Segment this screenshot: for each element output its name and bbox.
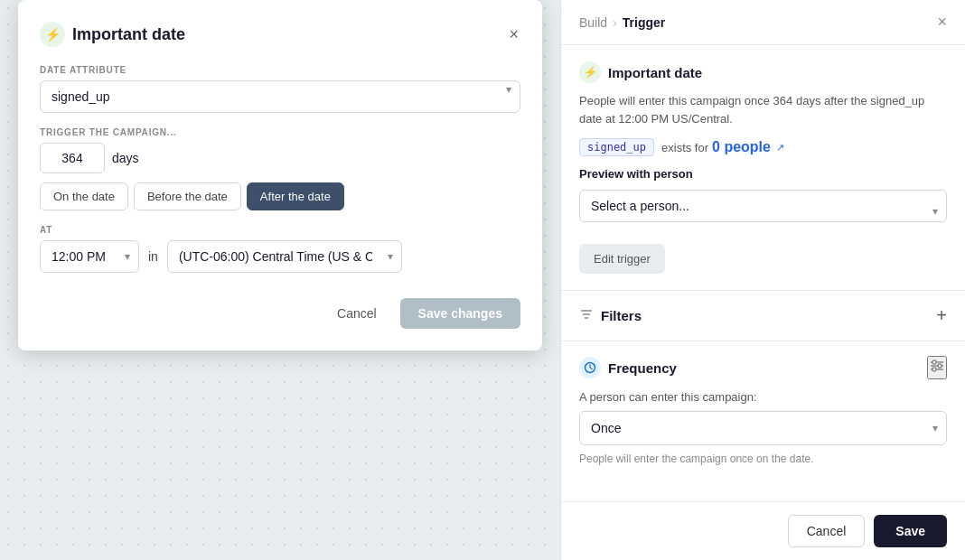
right-header: Build › Trigger × (561, 0, 965, 45)
date-buttons: On the date Before the date After the da… (40, 182, 520, 210)
modal-title-row: ⚡ Important date (40, 22, 185, 47)
breadcrumb-parent: Build (579, 15, 607, 30)
footer-save-button[interactable]: Save (874, 515, 947, 547)
right-close-button[interactable]: × (937, 13, 947, 32)
modal-title: Important date (72, 25, 185, 44)
date-attribute-select[interactable]: signed_up (40, 80, 520, 113)
modal-header: ⚡ Important date × (40, 22, 520, 47)
svg-point-9 (932, 368, 936, 371)
svg-point-7 (932, 360, 936, 364)
trigger-label: TRIGGER THE CAMPAIGN... (40, 127, 520, 137)
trigger-info-section: ⚡ Important date People will enter this … (561, 45, 965, 291)
at-section: AT 12:00 PM ▾ in (UTC-06:00) Central Tim… (40, 225, 520, 273)
right-footer: Cancel Save (561, 501, 965, 560)
frequency-icon (579, 357, 601, 378)
tag-row: signed_up exists for 0 people ↗ (579, 138, 947, 156)
trigger-section: TRIGGER THE CAMPAIGN... days On the date… (40, 127, 520, 210)
filters-left: Filters (579, 307, 642, 324)
time-wrapper: 12:00 PM ▾ (40, 240, 139, 273)
trigger-section-icon: ⚡ (579, 61, 601, 83)
save-changes-button[interactable]: Save changes (400, 298, 520, 329)
once-select-wrapper: Once ▾ (579, 411, 947, 445)
cancel-button[interactable]: Cancel (323, 298, 391, 329)
date-attribute-wrapper: DATE ATTRIBUTE signed_up ▾ (40, 65, 520, 113)
timezone-select[interactable]: (UTC-06:00) Central Time (US & Canada) (167, 240, 402, 273)
filter-icon (579, 307, 594, 324)
right-panel: Build › Trigger × ⚡ Important date Peopl… (560, 0, 965, 560)
filters-title: Filters (601, 308, 642, 323)
trigger-section-title: Important date (608, 65, 702, 80)
after-the-date-button[interactable]: After the date (247, 182, 344, 210)
exists-text: exists for (661, 141, 708, 154)
modal-close-button[interactable]: × (507, 24, 520, 44)
frequency-select[interactable]: Once (579, 411, 947, 445)
trigger-title-row: ⚡ Important date (579, 61, 947, 83)
time-select[interactable]: 12:00 PM (40, 240, 139, 273)
breadcrumb-separator: › (613, 15, 617, 30)
enter-label: A person can enter this campaign: (579, 390, 947, 404)
trigger-icon: ⚡ (40, 22, 65, 47)
trigger-modal: ⚡ Important date × DATE ATTRIBUTE signed… (18, 0, 542, 350)
modal-footer: Cancel Save changes (40, 294, 520, 329)
breadcrumb: Build › Trigger (579, 15, 665, 30)
preview-label: Preview with person (579, 167, 947, 181)
spacer (561, 480, 965, 501)
at-label: AT (40, 225, 520, 235)
frequency-title: Frequency (608, 360, 677, 376)
left-panel: ⚡ Important date × DATE ATTRIBUTE signed… (0, 0, 560, 560)
edit-trigger-button[interactable]: Edit trigger (579, 244, 665, 274)
footer-cancel-button[interactable]: Cancel (788, 515, 866, 547)
people-count-link[interactable]: 0 people (712, 139, 771, 155)
signed-up-tag: signed_up (579, 138, 654, 156)
external-link-icon: ↗ (776, 142, 784, 154)
in-label: in (148, 249, 158, 264)
frequency-section: Frequency A person can enter this campai… (561, 341, 965, 480)
days-row: days (40, 143, 520, 173)
svg-point-8 (938, 364, 942, 368)
days-input[interactable] (40, 143, 105, 173)
frequency-title-row: Frequency (579, 357, 677, 378)
breadcrumb-current: Trigger (623, 15, 665, 30)
before-the-date-button[interactable]: Before the date (134, 182, 241, 210)
frequency-settings-button[interactable] (927, 356, 947, 379)
on-the-date-button[interactable]: On the date (40, 182, 128, 210)
filters-section: Filters + (561, 291, 965, 341)
add-filter-button[interactable]: + (936, 305, 947, 326)
frequency-header: Frequency (579, 356, 947, 379)
select-person-wrapper: Select a person... ▾ (579, 190, 947, 233)
frequency-helper: People will enter the campaign once on t… (579, 453, 947, 465)
date-attribute-label: DATE ATTRIBUTE (40, 65, 520, 75)
select-person-dropdown[interactable]: Select a person... (579, 190, 947, 222)
days-label: days (112, 151, 139, 165)
trigger-description: People will enter this campaign once 364… (579, 92, 947, 127)
timezone-wrapper: (UTC-06:00) Central Time (US & Canada) ▾ (167, 240, 402, 273)
at-row: 12:00 PM ▾ in (UTC-06:00) Central Time (… (40, 240, 520, 273)
